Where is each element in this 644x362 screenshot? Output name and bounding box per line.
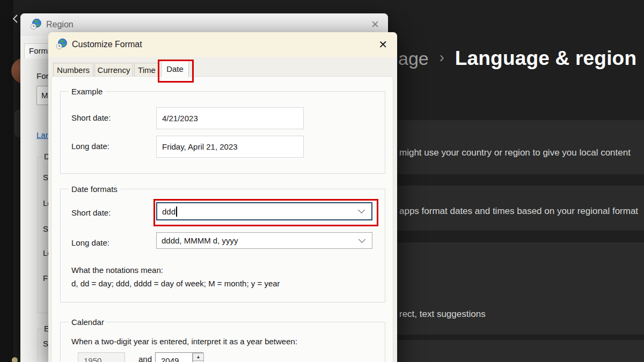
tab-date[interactable]: Date: [161, 60, 189, 77]
example-short-date-label: Short date:: [71, 113, 111, 122]
groupbox-title: Date formats: [69, 184, 120, 194]
breadcrumb-parent[interactable]: age: [398, 48, 429, 69]
year-to-field[interactable]: 2049 ▲: [155, 352, 203, 362]
window-title: Customize Format: [72, 32, 142, 57]
long-date-format-value: dddd, MMMM d, yyyy: [162, 236, 238, 245]
notations-body: d, dd = day; ddd, dddd = day of week; M …: [71, 279, 280, 288]
chevron-down-icon[interactable]: [358, 236, 365, 243]
screen: age › Language & region might use your c…: [0, 0, 644, 362]
settings-row-typing[interactable]: rect, text suggestions: [384, 242, 644, 335]
breadcrumb-chevron-icon: ›: [440, 49, 444, 68]
settings-row-text: might use your country or region to give…: [399, 147, 631, 158]
close-icon[interactable]: ✕: [378, 32, 387, 57]
taskbar-dot-icon: [12, 357, 18, 362]
region-globe-clock-icon: [30, 18, 42, 31]
notations-title: What the notations mean:: [71, 265, 163, 275]
region-globe-clock-icon: [56, 38, 68, 50]
long-date-format-combobox[interactable]: dddd, MMMM d, yyyy: [156, 232, 372, 249]
page-title: Language & region: [455, 47, 636, 70]
breadcrumb: age › Language & region: [398, 47, 636, 70]
chevron-down-icon[interactable]: [358, 206, 365, 213]
text-caret: [176, 206, 177, 217]
example-groupbox: [60, 91, 385, 174]
and-label: and: [138, 354, 152, 362]
example-long-date-label: Long date:: [71, 142, 109, 151]
short-date-format-label: Short date:: [71, 208, 111, 217]
example-short-date-field[interactable]: 4/21/2023: [156, 107, 304, 129]
groupbox-title: Example: [69, 87, 105, 96]
year-from-field[interactable]: 1950: [78, 352, 125, 362]
settings-sidebar-edge: [0, 0, 13, 362]
tab-numbers[interactable]: Numbers: [53, 63, 93, 77]
groupbox-title: Calendar: [69, 317, 107, 327]
settings-row-regional-format[interactable]: apps format dates and times based on you…: [384, 186, 644, 231]
long-date-format-label: Long date:: [71, 238, 109, 247]
settings-row-partial[interactable]: [384, 340, 644, 362]
example-long-date-value: Friday, April 21, 2023: [162, 142, 238, 151]
two-digit-year-prompt: When a two-digit year is entered, interp…: [71, 337, 297, 346]
example-long-date-field[interactable]: Friday, April 21, 2023: [156, 136, 304, 158]
settings-row-text: apps format dates and times based on you…: [399, 206, 638, 217]
customize-format-dialog: Customize Format ✕ Numbers Currency Time…: [48, 32, 397, 362]
short-date-format-value: ddd: [162, 207, 175, 216]
tab-time[interactable]: Time: [134, 63, 159, 77]
settings-row-text: rect, text suggestions: [399, 309, 486, 320]
tab-currency[interactable]: Currency: [94, 63, 133, 77]
year-to-spinner: ▲: [192, 353, 204, 362]
caret-up-icon[interactable]: ▲: [193, 353, 204, 361]
example-short-date-value: 4/21/2023: [162, 114, 198, 123]
year-from-value: 1950: [84, 356, 101, 362]
short-date-format-combobox[interactable]: ddd: [156, 202, 372, 220]
settings-row-country-region[interactable]: might use your country or region to give…: [384, 120, 644, 174]
customize-format-titlebar[interactable]: Customize Format ✕: [48, 32, 397, 57]
back-icon[interactable]: [11, 13, 21, 24]
year-to-value: 2049: [161, 356, 179, 362]
